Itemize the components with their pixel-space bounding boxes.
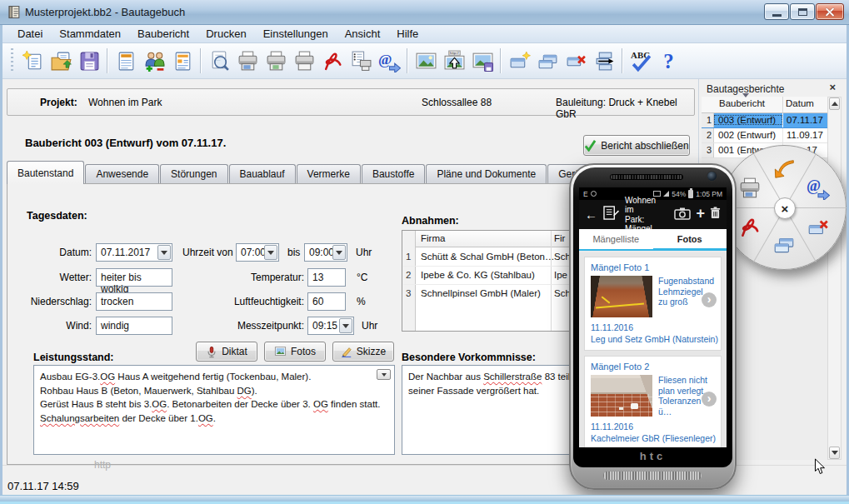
wetter-field[interactable]: heiter bis wolkig: [96, 268, 172, 287]
print-series-button[interactable]: [347, 46, 375, 76]
pdf-export-icon[interactable]: [738, 216, 762, 239]
photo-web-upload-button[interactable]: http://: [440, 46, 468, 76]
save-button[interactable]: [75, 46, 103, 76]
pdf-export-button[interactable]: [318, 46, 347, 76]
chevron-right-icon[interactable]: ›: [702, 392, 717, 407]
panel-close-icon[interactable]: ×: [829, 81, 836, 93]
camera-icon[interactable]: [674, 207, 691, 223]
menu-drucken[interactable]: Drucken: [197, 25, 254, 42]
close-window-button[interactable]: [562, 46, 590, 76]
tab-stoerungen[interactable]: Störungen: [160, 164, 227, 184]
tab-vermerke[interactable]: Vermerke: [297, 164, 361, 184]
uhrzeit-von-combobox[interactable]: 07:00: [236, 243, 279, 262]
temperatur-field[interactable]: 13: [307, 268, 346, 287]
tab-maengelliste[interactable]: Mängelliste: [579, 229, 653, 249]
leistungsstand-textarea[interactable]: Ausbau EG-3.OG Haus A weitgehend fertig …: [33, 365, 395, 455]
photos-button[interactable]: [412, 46, 440, 76]
add-icon[interactable]: +: [696, 205, 705, 222]
col-datum[interactable]: Datum: [786, 98, 814, 108]
text-dropdown-button[interactable]: [377, 369, 391, 380]
photo-export-button[interactable]: [468, 46, 497, 76]
new-window-button[interactable]: [505, 46, 533, 76]
niederschlag-field[interactable]: trocken: [96, 292, 172, 311]
finish-report-button[interactable]: Bericht abschließen: [583, 135, 690, 156]
tab-bauablauf[interactable]: Bauablauf: [229, 164, 296, 184]
help-button[interactable]: ?: [655, 46, 683, 76]
print-icon[interactable]: [738, 177, 762, 200]
report-data-button[interactable]: [112, 46, 140, 76]
maengel-card[interactable]: Mängel Foto 2 Fliesen nicht plan verlegt…: [584, 356, 722, 447]
menu-einstellungen[interactable]: Einstellungen: [255, 25, 337, 42]
abnahmen-row-firma[interactable]: Ipebe & Co. KG (Stahlbau): [421, 270, 535, 280]
maengel-card[interactable]: Mängel Foto 1 Fugenabstand Lehmziegel zu…: [584, 257, 722, 351]
spellcheck-button[interactable]: ABC: [627, 46, 655, 76]
titlebar[interactable]: Musterprojekt.bb2 - Bautagebuch: [0, 0, 849, 25]
print-form-button[interactable]: [290, 46, 318, 76]
leistungsstand-text[interactable]: Ausbau EG-3.OG Haus A weitgehend fertig …: [40, 370, 391, 425]
chevron-right-icon[interactable]: ›: [702, 292, 717, 307]
panel-scrollbar[interactable]: [827, 97, 842, 460]
printer-plain-icon: [293, 50, 316, 72]
uhrzeit-bis-combobox[interactable]: 09:00: [304, 243, 347, 262]
tab-fotos[interactable]: Fotos: [653, 229, 727, 249]
arrange-windows-button[interactable]: [590, 46, 618, 76]
toolbar-grip[interactable]: [11, 48, 13, 73]
menu-ansicht[interactable]: Ansicht: [337, 25, 389, 42]
col-baubericht[interactable]: Baubericht: [719, 98, 765, 108]
send-email-icon[interactable]: @: [807, 177, 830, 200]
scroll-up-button[interactable]: [829, 97, 840, 110]
tab-bautenstand[interactable]: Bautenstand: [7, 161, 84, 184]
menu-datei[interactable]: Datei: [9, 25, 51, 42]
photo-icon: [274, 346, 287, 357]
close-button[interactable]: [816, 3, 844, 20]
pie-menu[interactable]: @ ×: [722, 145, 847, 270]
fotos-button[interactable]: Fotos: [264, 342, 326, 362]
close-window-icon[interactable]: [807, 216, 830, 239]
diktat-button[interactable]: Diktat: [196, 342, 257, 362]
report-row[interactable]: 1 003 (Entwurf) 07.11.17: [702, 113, 828, 128]
new-report-button[interactable]: [18, 46, 47, 76]
luftfeuchtigkeit-field[interactable]: 60: [307, 292, 346, 311]
tab-plaene-dokumente[interactable]: Pläne und Dokumente: [426, 164, 547, 184]
datum-combobox[interactable]: 07.11.2017: [96, 243, 172, 262]
menu-stammdaten[interactable]: Stammdaten: [51, 25, 129, 42]
messzeitpunkt-combobox[interactable]: 09:15: [307, 317, 354, 335]
abnahmen-row-firma[interactable]: Schnellpinsel GmbH (Maler): [421, 288, 541, 298]
microphone-icon: [206, 346, 217, 358]
report-overview-button[interactable]: [168, 46, 197, 76]
cascade-windows-icon[interactable]: [772, 233, 796, 257]
menu-baubericht[interactable]: Baubericht: [129, 25, 197, 42]
wind-field[interactable]: windig: [96, 317, 172, 335]
send-email-button[interactable]: @: [375, 46, 403, 76]
tab-strip: Bautenstand Anwesende Störungen Bauablau…: [7, 163, 637, 184]
print-photo-report-button[interactable]: [262, 46, 290, 76]
abnahmen-row-firma[interactable]: Schütt & Schal GmbH (Beton…: [421, 252, 554, 262]
menu-hilfe[interactable]: Hilfe: [388, 25, 427, 42]
maximize-button[interactable]: [790, 3, 815, 20]
chevron-down-icon[interactable]: [339, 318, 352, 333]
tab-anwesende[interactable]: Anwesende: [85, 164, 159, 184]
print-report-button[interactable]: [233, 46, 262, 76]
trash-icon[interactable]: [710, 207, 721, 222]
abnahmen-col-firma[interactable]: Firma: [421, 233, 445, 243]
curved-arrow-icon[interactable]: [773, 157, 797, 181]
bis-label: bis: [287, 247, 300, 258]
open-project-button[interactable]: [47, 46, 75, 76]
chevron-down-icon[interactable]: [264, 245, 277, 260]
defect-photo[interactable]: [591, 375, 652, 417]
chevron-down-icon[interactable]: [332, 245, 346, 260]
cascade-windows-button[interactable]: [533, 46, 562, 76]
skizze-button[interactable]: Skizze: [332, 342, 394, 362]
manage-attendees-button[interactable]: [140, 46, 168, 76]
chevron-down-icon[interactable]: [157, 245, 171, 260]
defect-photo[interactable]: [591, 276, 652, 317]
minimize-button[interactable]: [764, 3, 789, 20]
back-arrow-icon[interactable]: ←: [585, 207, 597, 222]
abnahmen-col-firma2[interactable]: Fir: [554, 233, 565, 243]
pie-close-button[interactable]: ×: [774, 197, 796, 219]
print-preview-button[interactable]: [205, 46, 233, 76]
report-row[interactable]: 2 002 (Entwurf) 11.09.17: [702, 128, 828, 143]
phone-speaker-grille: [610, 174, 683, 180]
scroll-down-button[interactable]: [829, 447, 840, 459]
tab-baustoffe[interactable]: Baustoffe: [362, 164, 425, 184]
